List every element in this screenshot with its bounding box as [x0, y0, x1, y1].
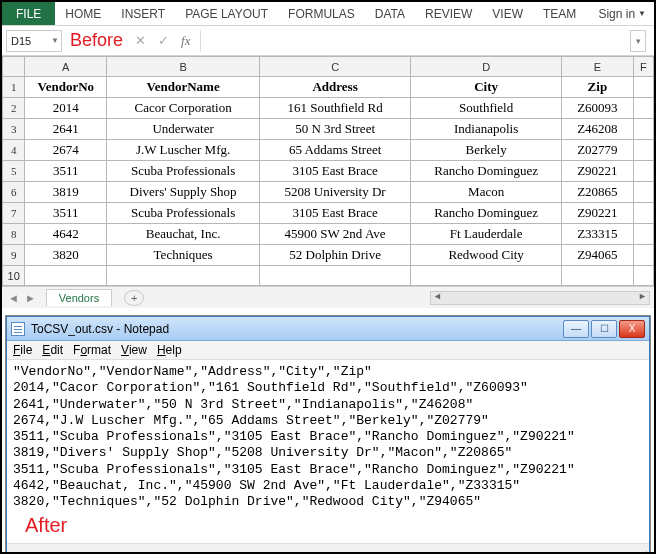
row-header[interactable]: 4	[3, 140, 25, 161]
cell[interactable]: Z33315	[562, 224, 633, 245]
cell[interactable]: City	[411, 77, 562, 98]
tab-formulas[interactable]: FORMULAS	[278, 2, 365, 25]
cell[interactable]	[633, 182, 653, 203]
cell[interactable]: Macon	[411, 182, 562, 203]
menu-format[interactable]: Format	[73, 343, 111, 357]
cell[interactable]: 2674	[25, 140, 107, 161]
cell[interactable]: 4642	[25, 224, 107, 245]
row-header[interactable]: 8	[3, 224, 25, 245]
cell[interactable]: 5208 University Dr	[260, 182, 411, 203]
cell[interactable]: Zip	[562, 77, 633, 98]
cell[interactable]: 3511	[25, 161, 107, 182]
formula-bar[interactable]	[200, 30, 630, 52]
cancel-icon[interactable]: ✕	[135, 33, 146, 48]
cell[interactable]: Ft Lauderdale	[411, 224, 562, 245]
cell[interactable]: Z46208	[562, 119, 633, 140]
cell[interactable]: Redwood City	[411, 245, 562, 266]
cell[interactable]	[633, 119, 653, 140]
cell[interactable]	[411, 266, 562, 286]
cell[interactable]: Cacor Corporation	[107, 98, 260, 119]
cell[interactable]: 3105 East Brace	[260, 203, 411, 224]
row-header[interactable]: 5	[3, 161, 25, 182]
minimize-button[interactable]: —	[563, 320, 589, 338]
cell[interactable]: 50 N 3rd Street	[260, 119, 411, 140]
file-tab[interactable]: FILE	[2, 2, 55, 25]
cell[interactable]	[562, 266, 633, 286]
cell[interactable]: 65 Addams Street	[260, 140, 411, 161]
menu-help[interactable]: Help	[157, 343, 182, 357]
cell[interactable]: 3511	[25, 203, 107, 224]
cell[interactable]	[633, 245, 653, 266]
maximize-button[interactable]: ☐	[591, 320, 617, 338]
cell[interactable]: Z90221	[562, 161, 633, 182]
tab-view[interactable]: VIEW	[482, 2, 533, 25]
dropdown-icon[interactable]: ▼	[51, 36, 59, 45]
cell[interactable]: 3820	[25, 245, 107, 266]
cell[interactable]	[633, 140, 653, 161]
cell[interactable]: Rancho Dominguez	[411, 203, 562, 224]
close-button[interactable]: X	[619, 320, 645, 338]
tab-home[interactable]: HOME	[55, 2, 111, 25]
sheet-nav[interactable]: ◄►	[2, 292, 42, 304]
cell[interactable]: 161 Southfield Rd	[260, 98, 411, 119]
tab-page-layout[interactable]: PAGE LAYOUT	[175, 2, 278, 25]
sheet-tab-vendors[interactable]: Vendors	[46, 289, 112, 306]
tab-team[interactable]: TEAM	[533, 2, 586, 25]
tab-insert[interactable]: INSERT	[111, 2, 175, 25]
cell[interactable]	[633, 77, 653, 98]
row-header[interactable]: 10	[3, 266, 25, 286]
row-header[interactable]: 7	[3, 203, 25, 224]
cell[interactable]: Underwater	[107, 119, 260, 140]
col-header-a[interactable]: A	[25, 57, 107, 77]
spreadsheet-grid[interactable]: A B C D E F 1VendorNoVendorNameAddressCi…	[2, 56, 654, 286]
cell[interactable]: 3819	[25, 182, 107, 203]
cell[interactable]: 52 Dolphin Drive	[260, 245, 411, 266]
cell[interactable]: VendorName	[107, 77, 260, 98]
horizontal-scrollbar[interactable]	[430, 291, 650, 305]
cell[interactable]: 2014	[25, 98, 107, 119]
notepad-text-area[interactable]: "VendorNo","VendorName","Address","City"…	[7, 360, 649, 510]
row-header[interactable]: 9	[3, 245, 25, 266]
cell[interactable]: Rancho Dominguez	[411, 161, 562, 182]
row-header[interactable]: 2	[3, 98, 25, 119]
cell[interactable]: Scuba Professionals	[107, 161, 260, 182]
row-header[interactable]: 6	[3, 182, 25, 203]
cell[interactable]: 45900 SW 2nd Ave	[260, 224, 411, 245]
cell[interactable]	[25, 266, 107, 286]
cell[interactable]	[633, 266, 653, 286]
menu-view[interactable]: View	[121, 343, 147, 357]
cell[interactable]: Scuba Professionals	[107, 203, 260, 224]
menu-edit[interactable]: Edit	[42, 343, 63, 357]
cell[interactable]: Southfield	[411, 98, 562, 119]
row-header[interactable]: 3	[3, 119, 25, 140]
cell[interactable]	[260, 266, 411, 286]
cell[interactable]: Berkely	[411, 140, 562, 161]
cell[interactable]: Beauchat, Inc.	[107, 224, 260, 245]
cell[interactable]	[633, 203, 653, 224]
cell[interactable]: Z20865	[562, 182, 633, 203]
cell[interactable]: Z60093	[562, 98, 633, 119]
cell[interactable]: 3105 East Brace	[260, 161, 411, 182]
cell[interactable]: Z90221	[562, 203, 633, 224]
col-header-c[interactable]: C	[260, 57, 411, 77]
cell[interactable]: Techniques	[107, 245, 260, 266]
cell[interactable]: J.W Luscher Mfg.	[107, 140, 260, 161]
formula-bar-expand[interactable]: ▾	[630, 30, 646, 52]
col-header-d[interactable]: D	[411, 57, 562, 77]
nav-next-icon[interactable]: ►	[25, 292, 36, 304]
cell[interactable]	[633, 224, 653, 245]
cell[interactable]	[633, 98, 653, 119]
notepad-titlebar[interactable]: ToCSV_out.csv - Notepad — ☐ X	[7, 317, 649, 341]
cell[interactable]: VendorNo	[25, 77, 107, 98]
col-header-f[interactable]: F	[633, 57, 653, 77]
tab-review[interactable]: REVIEW	[415, 2, 482, 25]
nav-prev-icon[interactable]: ◄	[8, 292, 19, 304]
cell[interactable]: Z02779	[562, 140, 633, 161]
select-all-corner[interactable]	[3, 57, 25, 77]
cell[interactable]: 2641	[25, 119, 107, 140]
enter-icon[interactable]: ✓	[158, 33, 169, 48]
tab-data[interactable]: DATA	[365, 2, 415, 25]
fx-icon[interactable]: fx	[181, 33, 190, 49]
row-header[interactable]: 1	[3, 77, 25, 98]
cell[interactable]	[633, 161, 653, 182]
